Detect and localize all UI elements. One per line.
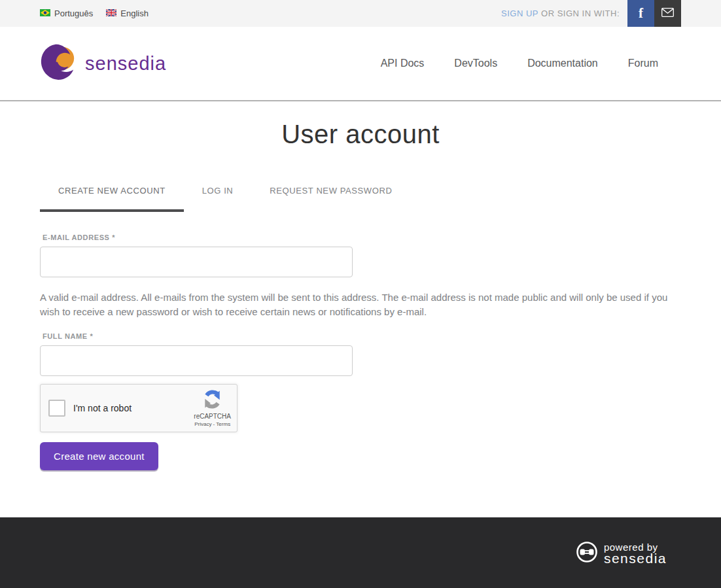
nav-documentation[interactable]: Documentation [527,58,598,69]
site-header: sensedia API Docs DevTools Documentation… [0,27,721,101]
sign-up-link[interactable]: SIGN UP [501,9,538,18]
page-title: User account [0,101,721,149]
recaptcha-brand: reCAPTCHA Privacy - Terms [194,389,231,427]
footer-brand-label: sensedia [604,552,667,564]
email-address-field[interactable] [40,247,353,277]
nav-devtools[interactable]: DevTools [454,58,497,69]
full-name-label: FULL NAME * [43,332,681,340]
site-footer: powered by sensedia [0,517,721,588]
powered-by-text: powered by sensedia [604,542,667,564]
top-bar: Português English SIGN UP OR SIGN IN WIT… [0,0,721,27]
recaptcha-checkbox-label: I'm not a robot [73,403,132,413]
powered-by-sensedia-icon [576,541,598,566]
sensedia-logo-icon [40,43,77,84]
nav-forum[interactable]: Forum [628,58,658,69]
signin-area: SIGN UP OR SIGN IN WITH: f [501,0,681,27]
facebook-signin-button[interactable]: f [627,0,654,27]
recaptcha-widget: I'm not a robot reCAPTCHA Privacy - Term… [40,384,237,432]
tab-create-new-account[interactable]: CREATE NEW ACCOUNT [40,186,184,212]
or-sign-in-with-label: OR SIGN IN WITH: [541,9,620,18]
full-name-field[interactable] [40,345,353,376]
language-portugues[interactable]: Português [40,9,93,18]
email-address-label: E-MAIL ADDRESS * [43,233,681,241]
tab-log-in[interactable]: LOG IN [184,186,252,212]
tab-request-new-password[interactable]: REQUEST NEW PASSWORD [251,186,410,212]
facebook-icon: f [639,5,643,22]
language-english-label: English [120,9,149,18]
uk-flag-icon [106,9,116,18]
main-content: User account CREATE NEW ACCOUNT LOG IN R… [0,101,721,517]
brazil-flag-icon [40,9,50,18]
email-help-text: A valid e-mail address. All e-mails from… [40,290,681,319]
language-switcher: Português English [40,0,149,27]
create-account-form: E-MAIL ADDRESS * A valid e-mail address.… [40,233,681,470]
signin-text: SIGN UP OR SIGN IN WITH: [501,0,620,27]
language-portugues-label: Português [54,9,93,18]
language-english[interactable]: English [106,9,149,18]
main-nav: API Docs DevTools Documentation Forum [381,58,681,69]
sensedia-wordmark: sensedia [85,53,166,75]
email-icon [661,8,674,19]
recaptcha-checkbox[interactable] [48,400,65,417]
email-signin-button[interactable] [654,0,681,27]
recaptcha-logo-icon [202,389,222,412]
recaptcha-brand-label: reCAPTCHA [194,413,231,420]
powered-by-sensedia[interactable]: powered by sensedia [576,541,667,566]
nav-api-docs[interactable]: API Docs [381,58,425,69]
create-new-account-button[interactable]: Create new account [40,442,158,470]
recaptcha-privacy-terms-links[interactable]: Privacy - Terms [194,421,230,427]
account-tabs: CREATE NEW ACCOUNT LOG IN REQUEST NEW PA… [40,186,681,212]
sensedia-logo[interactable]: sensedia [40,43,166,84]
